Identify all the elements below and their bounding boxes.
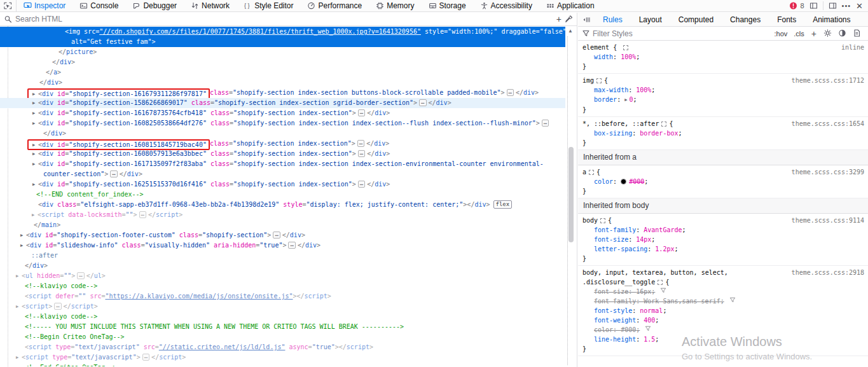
css-declaration[interactable]: font-family: Work Sans,sans-serif; xyxy=(578,296,868,306)
markup-line[interactable]: ▶<script>…</script> xyxy=(0,301,565,312)
markup-line[interactable]: </a> xyxy=(0,67,565,78)
markup-line[interactable]: ▶<script type="text/javascript">…</scrip… xyxy=(0,352,565,363)
property-name[interactable]: font-family xyxy=(594,298,636,305)
property-value[interactable]: 1.2px xyxy=(655,246,674,253)
css-declaration[interactable]: font-weight: 400; xyxy=(578,315,868,325)
property-value[interactable]: Work Sans,sans-serif xyxy=(644,298,720,305)
expand-arrow-icon[interactable]: ▶ xyxy=(30,108,38,118)
selector-highlighter-icon[interactable] xyxy=(596,78,602,83)
tool-tab-debugger[interactable]: Debugger xyxy=(125,0,184,11)
selector-highlighter-icon[interactable] xyxy=(623,45,628,50)
collapsed-content-ellipsis[interactable]: … xyxy=(419,99,426,106)
color-swatch[interactable] xyxy=(621,179,626,184)
css-declaration[interactable]: border: ▶0; xyxy=(578,95,868,105)
tool-tab-application[interactable]: Application xyxy=(539,0,602,11)
rule-source-link[interactable]: theme.scss.css:3299 xyxy=(792,167,864,177)
markup-line[interactable]: ▶<div id="shopify-section-1586266869017"… xyxy=(0,98,565,108)
css-declaration[interactable]: font-size: 14px; xyxy=(578,235,868,244)
markup-line[interactable]: <script type="text/javascript" src="//st… xyxy=(0,342,565,352)
property-value[interactable]: AvantGarde xyxy=(644,226,682,233)
add-rule-icon[interactable]: + xyxy=(808,29,820,38)
rule-selector[interactable]: theme.scss.css:2918body, input, textarea… xyxy=(578,268,868,277)
expand-arrow-icon[interactable]: ▶ xyxy=(30,149,38,159)
selector-highlighter-icon[interactable] xyxy=(600,218,605,223)
property-name[interactable]: letter-spacing xyxy=(594,246,647,253)
selector-highlighter-icon[interactable] xyxy=(658,280,663,285)
markup-line[interactable]: <!--klaviyo code--> xyxy=(0,281,565,291)
markup-line[interactable]: </main> xyxy=(0,220,565,230)
tool-tab-performance[interactable]: Performance xyxy=(300,0,369,11)
eyedropper-icon[interactable] xyxy=(565,15,573,23)
attribute-link[interactable]: "//static.criteo.net/js/ld/ld.js" xyxy=(159,343,286,350)
expand-arrow-icon[interactable]: ▶ xyxy=(30,159,38,169)
markup-line[interactable]: ▶<div id="shopify-section-1608151845719b… xyxy=(0,139,565,149)
markup-line[interactable]: <!----- YOU MUST INCLUDE THIS STATMENT W… xyxy=(0,322,565,332)
rule-selector[interactable]: .disclosure__toggle{ xyxy=(578,277,868,287)
property-name[interactable]: width xyxy=(594,53,613,60)
markup-line[interactable]: </div> xyxy=(0,57,565,67)
property-value[interactable]: #000 xyxy=(629,178,644,185)
property-name[interactable]: line-height xyxy=(594,336,636,343)
markup-line[interactable]: alt="Get festive fam"> xyxy=(0,37,565,47)
property-value[interactable]: 100% xyxy=(621,53,636,60)
expand-arrow-icon[interactable]: ▶ xyxy=(30,179,38,190)
rule-source-link[interactable]: theme.scss.css:1712 xyxy=(792,76,864,85)
dark-mode-icon[interactable] xyxy=(838,29,846,37)
property-value[interactable]: 100% xyxy=(636,87,651,93)
add-node-icon[interactable]: + xyxy=(556,15,561,24)
property-name[interactable]: max-width xyxy=(594,87,628,93)
sidebar-collapse-icon[interactable] xyxy=(578,16,595,24)
tool-tab-style-editor[interactable]: { }Style Editor xyxy=(237,0,300,11)
markup-line[interactable]: <div class="elfsight-sapp-eb37d1ff-0968-… xyxy=(0,200,565,210)
selector-highlighter-icon[interactable] xyxy=(589,170,594,175)
expand-arrow-icon[interactable]: ▶ xyxy=(13,271,21,281)
collapsed-content-ellipsis[interactable]: … xyxy=(358,150,365,157)
css-declaration[interactable]: font-style: normal; xyxy=(578,306,868,315)
tool-tab-console[interactable]: Console xyxy=(72,0,125,11)
property-value[interactable]: 0 xyxy=(629,96,633,103)
markup-line[interactable]: ::after xyxy=(0,251,565,261)
markup-line[interactable]: </div> xyxy=(0,128,565,139)
print-simulation-icon[interactable] xyxy=(853,29,861,37)
rule-source-link[interactable]: theme.scss.css:9114 xyxy=(792,216,864,225)
markup-line[interactable]: ▶<div id="slideshow-info" class="visuall… xyxy=(0,240,565,251)
markup-line[interactable]: <img src="//cdn.shopify.com/s/files/1/00… xyxy=(0,27,565,37)
markup-line[interactable]: ▶<div id="shopify-section-1608057913e6a3… xyxy=(0,149,565,159)
markup-line[interactable]: ▶<div id="shopify-section-1617135097f2f8… xyxy=(0,159,565,169)
property-name[interactable]: color xyxy=(594,326,613,333)
property-name[interactable]: font-size xyxy=(594,288,628,295)
property-value[interactable]: 1.5 xyxy=(644,336,655,343)
markup-line[interactable]: ▶<ul hidden="">…</ul> xyxy=(0,271,565,281)
search-html-input[interactable] xyxy=(15,15,553,24)
overridden-filter-icon[interactable] xyxy=(660,287,666,296)
property-value[interactable]: normal xyxy=(640,307,663,314)
markup-line[interactable]: <!--klaviyo code--> xyxy=(0,312,565,322)
sidebar-tab-changes[interactable]: Changes xyxy=(722,13,769,26)
markup-line[interactable]: ▶<div id="shopify-section-1608250538664d… xyxy=(0,118,565,128)
css-declaration[interactable]: line-height: 1.5; xyxy=(578,335,868,344)
collapsed-content-ellipsis[interactable]: … xyxy=(358,109,365,116)
scroll-up-arrow-icon[interactable]: ▲ xyxy=(566,27,575,35)
collapsed-content-ellipsis[interactable]: … xyxy=(542,120,549,127)
light-mode-icon[interactable] xyxy=(823,29,832,37)
expand-arrow-icon[interactable]: ▶ xyxy=(30,98,38,108)
markup-line[interactable]: <!--Begin Criteo OneTag--> xyxy=(0,332,565,342)
tool-tab-memory[interactable]: Memory xyxy=(369,0,421,11)
css-declaration[interactable]: max-width: 100%; xyxy=(578,85,868,95)
property-name[interactable]: font-family xyxy=(594,226,636,233)
toggle--cls[interactable]: .cls xyxy=(790,30,808,38)
markup-line[interactable]: ▶<div id="shopify-section-16251515370d16… xyxy=(0,179,565,190)
markup-scrollbar[interactable]: ▲ xyxy=(565,26,576,366)
property-name[interactable]: font-style xyxy=(594,307,632,314)
attribute-link[interactable]: "https://a.klaviyo.com/media/js/onsite/o… xyxy=(105,293,293,300)
markup-line[interactable]: counter-section">…</div> xyxy=(0,169,565,179)
selector-highlighter-icon[interactable] xyxy=(661,121,666,127)
toggle--hov[interactable]: :hov xyxy=(771,30,791,38)
error-count-badge[interactable] xyxy=(789,2,797,10)
rule-selector[interactable]: inlineelement { xyxy=(578,43,868,52)
sidebar-tab-layout[interactable]: Layout xyxy=(631,13,670,26)
collapsed-content-ellipsis[interactable]: … xyxy=(358,181,365,188)
css-declaration[interactable]: color: #000; xyxy=(578,177,868,186)
markup-line[interactable]: ▶<script data-locksmith="">…</script> xyxy=(0,210,565,220)
meatball-menu-icon[interactable]: ••• xyxy=(842,3,851,10)
